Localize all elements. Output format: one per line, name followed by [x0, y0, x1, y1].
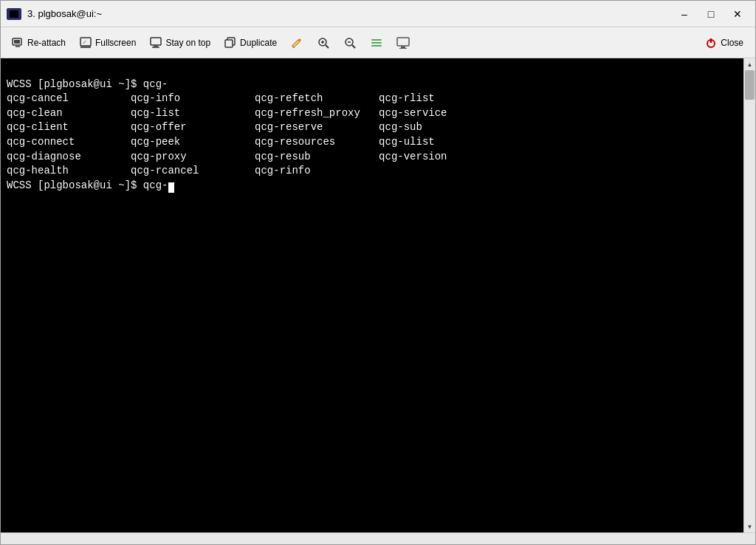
zoom-in-icon: [317, 36, 330, 49]
zoom-out-icon: [343, 36, 357, 49]
scroll-up-arrow[interactable]: ▲: [744, 58, 756, 70]
window-close-button[interactable]: ✕: [726, 5, 749, 23]
terminal-line-3: qcg-clean qcg-list qcg-refresh_proxy qcg…: [7, 107, 447, 119]
fullscreen-label: Fullscreen: [95, 38, 136, 48]
svg-rect-9: [154, 45, 158, 47]
stay-on-top-button[interactable]: Stay on top: [143, 33, 216, 52]
svg-rect-22: [371, 45, 382, 47]
scroll-track[interactable]: [744, 70, 755, 521]
vertical-scrollbar[interactable]: ▲ ▼: [743, 58, 755, 532]
close-session-label: Close: [721, 38, 743, 48]
cursor: [168, 182, 174, 193]
fullscreen-button[interactable]: ⤢ Fullscreen: [73, 33, 142, 52]
terminal-line-2: qcg-cancel qcg-info qcg-refetch qcg-rlis…: [7, 92, 435, 104]
reattach-button[interactable]: Re-attach: [5, 33, 72, 52]
terminal-line-1: WCSS [plgbosak@ui ~]$ qcg-: [7, 78, 168, 90]
terminal-output[interactable]: WCSS [plgbosak@ui ~]$ qcg- qcg-cancel qc…: [1, 58, 743, 532]
edit-icon: [290, 36, 303, 49]
duplicate-button[interactable]: Duplicate: [218, 33, 283, 52]
terminal-line-6: qcg-diagnose qcg-proxy qcg-resub qcg-ver…: [7, 151, 447, 162]
terminal-line-4: qcg-client qcg-offer qcg-reserve qcg-sub: [7, 121, 422, 133]
settings-icon: [370, 36, 383, 49]
svg-rect-20: [371, 39, 382, 41]
svg-rect-1: [14, 40, 20, 44]
maximize-button[interactable]: □: [699, 5, 723, 23]
window-title: 3. plgbosak@ui:~: [27, 8, 102, 19]
settings-button[interactable]: [364, 33, 389, 52]
svg-rect-5: [80, 46, 91, 48]
svg-line-18: [352, 45, 355, 48]
svg-rect-2: [16, 46, 20, 47]
monitor-icon: [396, 36, 410, 49]
reattach-label: Re-attach: [27, 38, 66, 48]
fullscreen-icon: ⤢: [79, 36, 92, 49]
title-bar: 3. plgbosak@ui:~ – □ ✕: [1, 1, 755, 27]
terminal-line-5: qcg-connect qcg-peek qcg-resources qcg-u…: [7, 136, 435, 148]
toolbar: Re-attach ⤢ Fullscreen Stay on top: [1, 27, 755, 58]
svg-rect-8: [152, 47, 159, 48]
monitor-button[interactable]: [391, 33, 416, 52]
svg-rect-24: [401, 47, 405, 48]
duplicate-label: Duplicate: [240, 38, 277, 48]
window-controls: – □ ✕: [673, 5, 749, 23]
svg-rect-3: [15, 45, 21, 46]
svg-rect-25: [399, 48, 407, 49]
close-session-button[interactable]: Close: [697, 33, 751, 52]
terminal-prompt: WCSS [plgbosak@ui ~]$ qcg-: [7, 179, 174, 191]
reattach-icon: [11, 36, 24, 49]
zoom-in-button[interactable]: [311, 33, 336, 52]
edit-button[interactable]: [284, 33, 309, 52]
scroll-down-arrow[interactable]: ▼: [744, 521, 756, 532]
horizontal-scrollbar[interactable]: [1, 532, 755, 544]
svg-line-14: [326, 45, 329, 48]
stay-on-top-icon: [149, 36, 162, 49]
stay-on-top-label: Stay on top: [165, 38, 210, 48]
svg-rect-11: [225, 40, 233, 47]
svg-rect-23: [397, 38, 409, 46]
svg-text:⤢: ⤢: [83, 40, 86, 44]
terminal-wrapper: WCSS [plgbosak@ui ~]$ qcg- qcg-cancel qc…: [1, 58, 755, 532]
scroll-thumb[interactable]: [745, 70, 755, 100]
svg-rect-21: [371, 42, 382, 44]
terminal-window: 3. plgbosak@ui:~ – □ ✕ Re-attach: [0, 0, 756, 545]
power-icon: [704, 36, 718, 49]
app-icon: [7, 8, 21, 20]
title-bar-left: 3. plgbosak@ui:~: [7, 8, 102, 20]
duplicate-icon: [224, 36, 237, 49]
minimize-button[interactable]: –: [673, 5, 696, 23]
svg-rect-7: [151, 38, 161, 45]
zoom-out-button[interactable]: [337, 33, 362, 52]
terminal-line-7: qcg-health qcg-rcancel qcg-rinfo: [7, 165, 311, 176]
